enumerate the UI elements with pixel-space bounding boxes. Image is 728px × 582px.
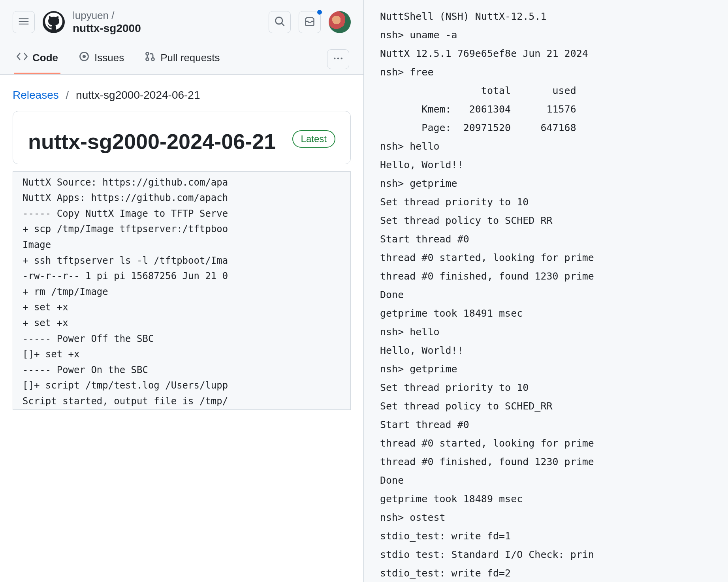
breadcrumb-separator: /	[66, 89, 69, 101]
svg-point-4	[146, 58, 149, 60]
svg-point-8	[340, 58, 342, 60]
release-card: nuttx-sg2000-2024-06-21 Latest	[13, 111, 351, 164]
release-code-block[interactable]: NuttX Source: https://github.com/apa Nut…	[13, 171, 351, 410]
issue-icon	[79, 51, 90, 65]
avatar[interactable]	[329, 11, 351, 33]
notification-dot-icon	[316, 9, 323, 15]
tab-issues[interactable]: Issues	[76, 45, 126, 74]
left-pane: lupyuen / nuttx-sg2000 Code	[0, 0, 363, 582]
inbox-icon	[304, 16, 315, 28]
tab-code[interactable]: Code	[14, 45, 60, 74]
header-top-row: lupyuen / nuttx-sg2000	[13, 9, 351, 45]
tab-code-label: Code	[32, 52, 58, 64]
tab-issues-label: Issues	[94, 52, 124, 64]
svg-point-2	[83, 55, 85, 57]
latest-badge: Latest	[292, 130, 335, 148]
hamburger-icon	[18, 16, 29, 28]
svg-point-7	[337, 58, 339, 60]
release-title: nuttx-sg2000-2024-06-21	[28, 127, 276, 156]
svg-point-3	[146, 52, 149, 55]
right-pane: NuttShell (NSH) NuttX-12.5.1 nsh> uname …	[363, 0, 728, 582]
svg-point-0	[276, 17, 283, 24]
more-tabs-button[interactable]	[327, 49, 349, 69]
search-icon	[274, 16, 285, 28]
repo-tabs: Code Issues Pull requests	[13, 45, 351, 74]
svg-point-5	[152, 58, 154, 60]
code-icon	[17, 51, 28, 65]
tab-pull-requests[interactable]: Pull requests	[142, 45, 222, 74]
repo-name: nuttx-sg2000	[73, 22, 261, 35]
terminal-output[interactable]: NuttShell (NSH) NuttX-12.5.1 nsh> uname …	[380, 7, 717, 582]
svg-point-6	[334, 58, 336, 60]
kebab-icon	[333, 53, 344, 66]
breadcrumb-current: nuttx-sg2000-2024-06-21	[76, 89, 200, 101]
tab-pulls-label: Pull requests	[160, 52, 220, 64]
breadcrumb: Releases / nuttx-sg2000-2024-06-21	[0, 75, 363, 111]
pull-request-icon	[145, 51, 156, 65]
search-button[interactable]	[269, 11, 291, 33]
github-logo[interactable]	[43, 11, 65, 33]
breadcrumb-releases-link[interactable]: Releases	[13, 89, 59, 101]
repo-header: lupyuen / nuttx-sg2000 Code	[0, 0, 363, 75]
hamburger-menu-button[interactable]	[13, 11, 35, 33]
inbox-button[interactable]	[299, 11, 321, 33]
github-icon	[45, 13, 62, 32]
repo-path[interactable]: lupyuen / nuttx-sg2000	[73, 9, 261, 35]
repo-owner: lupyuen /	[73, 9, 261, 22]
